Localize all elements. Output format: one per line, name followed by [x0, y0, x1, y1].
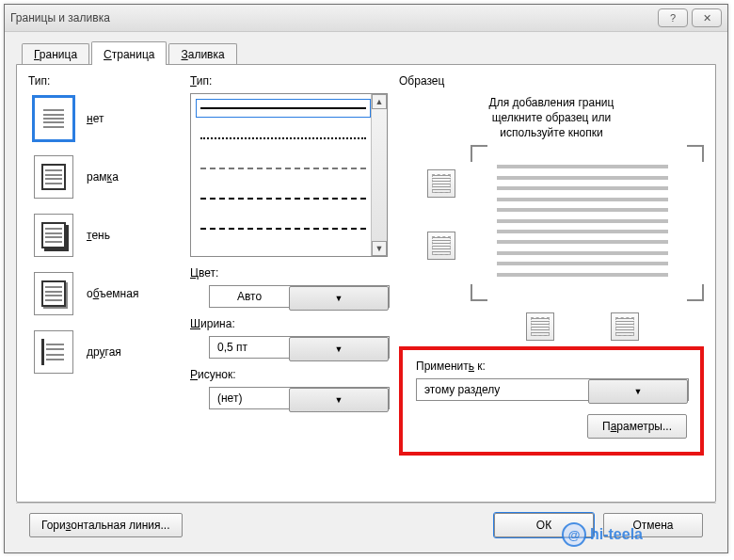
style-items — [191, 94, 387, 243]
setting-none-icon — [34, 97, 73, 140]
edge-right-button[interactable] — [611, 312, 639, 341]
dialog-body: Граница Страница Заливка Тип: — [5, 32, 727, 552]
art-combo[interactable]: (нет) ▼ — [209, 387, 390, 409]
setting-none[interactable]: нет — [34, 97, 179, 140]
edge-top-button[interactable] — [427, 169, 455, 198]
style-column: Тип: ▲ ▼ — [190, 74, 388, 490]
setting-shadow-icon — [34, 214, 73, 257]
width-block: Ширина: 0,5 пт ▼ — [190, 317, 388, 359]
close-button[interactable]: ✕ — [692, 8, 722, 27]
setting-box[interactable]: рамка — [34, 155, 179, 199]
edge-left-button[interactable] — [526, 312, 554, 341]
edge-bottom-button[interactable] — [427, 232, 455, 260]
watermark: @ hi-teela — [562, 522, 643, 547]
setting-shadow-label: тень — [87, 229, 110, 242]
setting-box-icon — [34, 155, 73, 199]
tabs: Граница Страница Заливка — [22, 40, 716, 64]
apply-to-dropdown-icon[interactable]: ▼ — [588, 379, 688, 404]
setting-3d-icon — [34, 272, 73, 315]
corner-tr-icon — [687, 145, 704, 162]
width-value: 0,5 пт — [210, 337, 289, 358]
preview-hint: Для добавления границ щелкните образец и… — [399, 93, 704, 147]
tab-page[interactable]: Страница — [91, 41, 167, 65]
setting-list: нет рамка — [34, 97, 179, 374]
style-dotted[interactable] — [200, 132, 366, 145]
tab-panel: Тип: нет — [16, 64, 716, 503]
tab-shading[interactable]: Заливка — [168, 43, 236, 65]
at-icon: @ — [562, 522, 586, 547]
style-label: Тип: — [190, 74, 388, 88]
width-dropdown-icon[interactable]: ▼ — [289, 337, 389, 361]
help-button[interactable]: ? — [658, 8, 688, 27]
scroll-down-icon[interactable]: ▼ — [372, 241, 387, 256]
setting-shadow[interactable]: тень — [34, 214, 179, 257]
preview-column: Образец Для добавления границ щелкните о… — [399, 74, 704, 490]
style-dash-dot[interactable] — [200, 222, 366, 235]
style-dash-large[interactable] — [200, 192, 366, 205]
apply-to-box: Применить к: этому разделу ▼ Параметры..… — [399, 346, 704, 456]
art-label: Рисунок: — [190, 368, 388, 381]
dialog-title: Границы и заливка — [10, 11, 654, 24]
scroll-up-icon[interactable]: ▲ — [372, 94, 387, 109]
apply-to-label: Применить к: — [416, 360, 687, 373]
color-combo[interactable]: Авто ▼ — [209, 285, 390, 308]
style-dash-small[interactable] — [200, 162, 366, 175]
style-solid[interactable] — [197, 100, 370, 117]
horizontal-line-button[interactable]: Горизонтальная линия... — [29, 513, 183, 537]
color-dropdown-icon[interactable]: ▼ — [289, 286, 389, 311]
edge-bottom-group — [484, 312, 681, 341]
art-dropdown-icon[interactable]: ▼ — [289, 388, 389, 412]
art-value: (нет) — [210, 388, 289, 408]
art-block: Рисунок: (нет) ▼ — [190, 368, 388, 409]
apply-to-combo[interactable]: этому разделу ▼ — [416, 378, 689, 401]
titlebar: Границы и заливка ? ✕ — [5, 5, 727, 32]
color-block: Цвет: Авто ▼ — [190, 266, 388, 308]
page-preview[interactable] — [484, 151, 681, 292]
width-combo[interactable]: 0,5 пт ▼ — [209, 336, 390, 359]
apply-to-value: этому разделу — [417, 379, 588, 400]
setting-column: Тип: нет — [28, 74, 179, 490]
tab-border[interactable]: Граница — [22, 43, 89, 65]
setting-3d-label: объемная — [87, 287, 138, 300]
options-button[interactable]: Параметры... — [587, 414, 687, 439]
color-value: Авто — [210, 286, 289, 307]
style-list[interactable]: ▲ ▼ — [190, 93, 388, 257]
preview-title: Образец — [399, 74, 704, 88]
setting-custom[interactable]: другая — [34, 330, 179, 374]
color-label: Цвет: — [190, 266, 388, 280]
preview-box — [399, 151, 704, 301]
setting-custom-label: другая — [87, 345, 121, 359]
setting-custom-icon — [34, 330, 73, 374]
setting-box-label: рамка — [87, 170, 119, 184]
setting-3d[interactable]: объемная — [34, 272, 179, 315]
corner-br-icon — [687, 284, 704, 301]
width-label: Ширина: — [190, 317, 388, 330]
style-scrollbar[interactable]: ▲ ▼ — [371, 94, 387, 256]
borders-shading-dialog: Границы и заливка ? ✕ Граница Страница З… — [4, 4, 728, 553]
setting-none-label: нет — [87, 112, 104, 125]
setting-label: Тип: — [28, 74, 179, 88]
